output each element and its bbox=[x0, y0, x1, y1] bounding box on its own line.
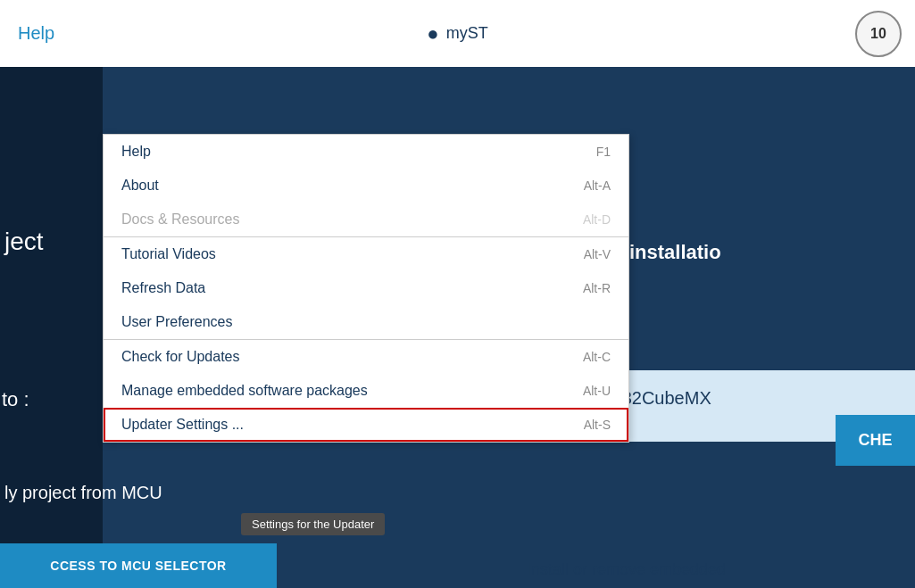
menu-item-tutorial-videos[interactable]: Tutorial VideosAlt-V bbox=[104, 236, 628, 271]
badge-circle: 10 bbox=[855, 11, 902, 57]
updater-settings-tooltip: Settings for the Updater bbox=[241, 513, 385, 535]
help-menu-button[interactable]: Help bbox=[18, 23, 54, 44]
main-area: ject to : e software installatio ck for … bbox=[0, 67, 915, 588]
mcu-selector-bar[interactable]: CCESS TO MCU SELECTOR bbox=[0, 543, 277, 588]
menu-item-label: Manage embedded software packages bbox=[121, 383, 368, 399]
myst-label: myST bbox=[446, 24, 488, 43]
menu-item-refresh-data[interactable]: Refresh DataAlt-R bbox=[104, 271, 628, 305]
help-dropdown-menu: HelpF1AboutAlt-ADocs & ResourcesAlt-DTut… bbox=[103, 134, 629, 443]
mcu-text: ly project from MCU bbox=[0, 483, 162, 503]
che-button[interactable]: CHE bbox=[836, 415, 915, 466]
menu-item-check-for-updates[interactable]: Check for UpdatesAlt-C bbox=[104, 339, 628, 374]
menu-item-label: Updater Settings ... bbox=[121, 417, 244, 433]
menu-item-shortcut: Alt-A bbox=[584, 178, 611, 193]
menu-item-shortcut: F1 bbox=[596, 145, 611, 159]
menu-item-label: Check for Updates bbox=[121, 349, 240, 365]
menu-item-shortcut: Alt-C bbox=[583, 350, 611, 364]
user-icon: ● bbox=[427, 22, 438, 46]
top-bar: Help ● myST 10 bbox=[0, 0, 915, 67]
menu-item-label: Refresh Data bbox=[121, 280, 205, 296]
menu-item-label: User Preferences bbox=[121, 314, 233, 330]
left-dark-panel bbox=[0, 67, 103, 588]
menu-item-shortcut: Alt-R bbox=[583, 281, 611, 295]
menu-item-shortcut: Alt-U bbox=[583, 384, 611, 398]
menu-item-updater-settings-[interactable]: Updater Settings ...Alt-S bbox=[104, 408, 628, 442]
to-text: to : bbox=[0, 388, 29, 411]
badge-number: 10 bbox=[870, 26, 886, 42]
menu-item-label: Docs & Resources bbox=[121, 211, 240, 228]
menu-item-label: Help bbox=[121, 144, 151, 160]
menu-item-manage-embedded-software-packages[interactable]: Manage embedded software packagesAlt-U bbox=[104, 374, 628, 408]
myst-section: ● myST bbox=[427, 22, 487, 46]
menu-item-help[interactable]: HelpF1 bbox=[104, 135, 628, 169]
install-text: Install or remove embedded bbox=[527, 560, 726, 579]
menu-item-label: Tutorial Videos bbox=[121, 246, 216, 262]
menu-item-shortcut: Alt-V bbox=[584, 247, 611, 261]
menu-item-docs--resources: Docs & ResourcesAlt-D bbox=[104, 203, 628, 236]
menu-item-shortcut: Alt-S bbox=[584, 418, 611, 432]
menu-item-user-preferences[interactable]: User Preferences bbox=[104, 305, 628, 339]
menu-item-label: About bbox=[121, 178, 159, 194]
menu-item-about[interactable]: AboutAlt-A bbox=[104, 169, 628, 203]
menu-item-shortcut: Alt-D bbox=[583, 212, 611, 227]
ject-text: ject bbox=[0, 228, 44, 256]
